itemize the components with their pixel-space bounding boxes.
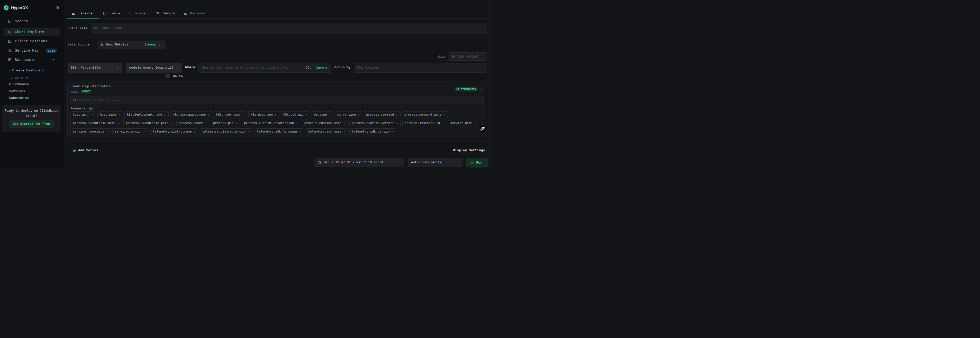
svg-text:1: 1 — [129, 11, 130, 13]
svg-text:3: 3 — [130, 13, 131, 14]
svg-text:2: 2 — [129, 13, 130, 15]
